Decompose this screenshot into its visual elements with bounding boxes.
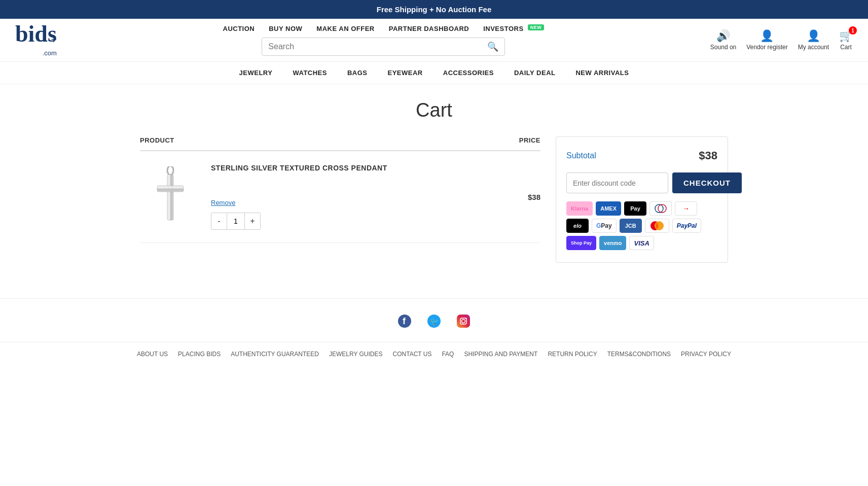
qty-decrease-button[interactable]: -	[211, 213, 227, 229]
footer-shipping[interactable]: SHIPPING AND PAYMENT	[464, 351, 537, 358]
main-nav: AUCTION BUY NOW MAKE AN OFFER PARTNER DA…	[223, 25, 545, 32]
cart-item: STERLING SILVER TEXTURED CROSS PENDANT R…	[140, 151, 540, 243]
twitter-link[interactable]: 🐦	[427, 314, 441, 332]
checkout-button[interactable]: CHECKOUT	[672, 172, 742, 193]
svg-text:🐦: 🐦	[430, 317, 440, 326]
qty-increase-button[interactable]: +	[245, 213, 260, 229]
visa-icon: VISA	[629, 236, 654, 250]
page-title: Cart	[140, 99, 728, 121]
discount-row: CHECKOUT	[566, 172, 717, 193]
header: bids + .com AUCTION BUY NOW MAKE AN OFFE…	[0, 19, 868, 62]
remove-link[interactable]: Remove	[211, 199, 500, 206]
footer-return[interactable]: RETURN POLICY	[548, 351, 597, 358]
svg-text:f: f	[403, 316, 406, 326]
nav-buynow[interactable]: BUY NOW	[269, 25, 302, 32]
quantity-control: - +	[211, 213, 261, 230]
payment-methods: Klarna AMEX Pay → elo G Pay JCB PayPal S…	[566, 201, 717, 250]
subtotal-row: Subtotal $38	[566, 149, 717, 162]
my-account[interactable]: 👤 My account	[798, 29, 829, 51]
vendor-icon: 👤	[760, 29, 774, 43]
facebook-link[interactable]: f	[397, 314, 412, 332]
search-input[interactable]	[268, 42, 487, 51]
top-banner: Free Shipping + No Auction Fee	[0, 0, 868, 19]
footer-authenticity[interactable]: AUTHENTICITY GUARANTEED	[231, 351, 319, 358]
order-summary: Subtotal $38 CHECKOUT Klarna AMEX Pay → …	[556, 136, 728, 263]
nav-investors[interactable]: INVESTORS NEW	[483, 25, 544, 32]
nav-auction[interactable]: AUCTION	[223, 25, 255, 32]
footer-privacy[interactable]: PRIVACY POLICY	[681, 351, 731, 358]
diners-icon	[649, 201, 672, 216]
apple-pay-icon: Pay	[624, 201, 646, 216]
cat-accessories[interactable]: ACCESSORIES	[443, 69, 494, 77]
logo[interactable]: bids + .com	[15, 24, 57, 56]
gpay-icon: G Pay	[592, 219, 617, 233]
discount-input[interactable]	[566, 172, 668, 193]
product-name: STERLING SILVER TEXTURED CROSS PENDANT	[211, 164, 500, 195]
svg-rect-2	[157, 186, 184, 192]
venmo-icon: venmo	[599, 236, 626, 250]
footer-jewelry-guides[interactable]: JEWELRY GUIDES	[329, 351, 383, 358]
sound-icon: 🔊	[716, 29, 730, 43]
jcb-icon: JCB	[620, 219, 642, 233]
banner-text: Free Shipping + No Auction Fee	[377, 5, 492, 14]
footer-terms[interactable]: TERMS&CONDITIONS	[607, 351, 671, 358]
col-product: PRODUCT	[140, 136, 174, 144]
cat-new-arrivals[interactable]: NEW ARRIVALS	[575, 69, 629, 77]
vendor-register[interactable]: 👤 Vendor register	[746, 29, 787, 51]
subtotal-label: Subtotal	[566, 151, 596, 160]
footer-links: ABOUT US PLACING BIDS AUTHENTICITY GUARA…	[0, 342, 868, 366]
cart-count: 1	[849, 26, 857, 34]
nav-partner[interactable]: PARTNER DASHBOARD	[389, 25, 469, 32]
cat-daily-deal[interactable]: DAILY DEAL	[514, 69, 556, 77]
cat-watches[interactable]: WATCHES	[293, 69, 327, 77]
klarna-icon: Klarna	[566, 201, 593, 216]
col-price: PRICE	[519, 136, 540, 144]
cart-table-header: PRODUCT PRICE	[140, 136, 540, 151]
svg-rect-15	[457, 315, 470, 328]
account-icon: 👤	[807, 29, 820, 43]
header-actions: 🔊 Sound on 👤 Vendor register 👤 My accoun…	[710, 29, 853, 51]
footer-contact[interactable]: CONTACT US	[393, 351, 432, 358]
category-nav: JEWELRY WATCHES BAGS EYEWEAR ACCESSORIES…	[0, 62, 868, 84]
svg-point-0	[167, 166, 173, 175]
cart-layout: PRODUCT PRICE	[140, 136, 728, 263]
cart-button[interactable]: 🛒 1 Cart	[839, 29, 853, 51]
sound-toggle[interactable]: 🔊 Sound on	[710, 29, 736, 51]
nav-offer[interactable]: MAKE AN OFFER	[316, 25, 374, 32]
cart-table: PRODUCT PRICE	[140, 136, 540, 243]
search-bar[interactable]: 🔍	[262, 38, 505, 56]
cart-icon: 🛒 1	[839, 29, 853, 43]
product-image	[140, 161, 201, 232]
shoppay-icon: Shop Pay	[566, 236, 596, 250]
paypal-icon: PayPal	[672, 219, 701, 233]
svg-rect-1	[167, 175, 173, 220]
cat-bags[interactable]: BAGS	[347, 69, 368, 77]
cat-jewelry[interactable]: JEWELRY	[239, 69, 273, 77]
subtotal-value: $38	[699, 149, 717, 162]
social-bar: f 🐦	[0, 298, 868, 342]
maestro-icon: →	[675, 201, 697, 216]
elo-icon: elo	[566, 219, 589, 233]
amex-icon: AMEX	[596, 201, 621, 216]
svg-point-18	[466, 318, 467, 319]
logo-text: bids +	[15, 24, 57, 54]
footer-about[interactable]: ABOUT US	[137, 351, 168, 358]
footer-faq[interactable]: FAQ	[442, 351, 454, 358]
footer-placing-bids[interactable]: PLACING BIDS	[178, 351, 221, 358]
cat-eyewear[interactable]: EYEWEAR	[388, 69, 423, 77]
new-badge: NEW	[528, 24, 545, 30]
search-icon[interactable]: 🔍	[487, 41, 498, 52]
product-price: $38	[510, 193, 540, 201]
main-content: Cart PRODUCT PRICE	[130, 84, 738, 278]
cross-pendant-svg	[150, 166, 191, 227]
mastercard-icon	[645, 219, 669, 233]
qty-input[interactable]	[227, 213, 245, 229]
instagram-link[interactable]	[456, 314, 471, 332]
